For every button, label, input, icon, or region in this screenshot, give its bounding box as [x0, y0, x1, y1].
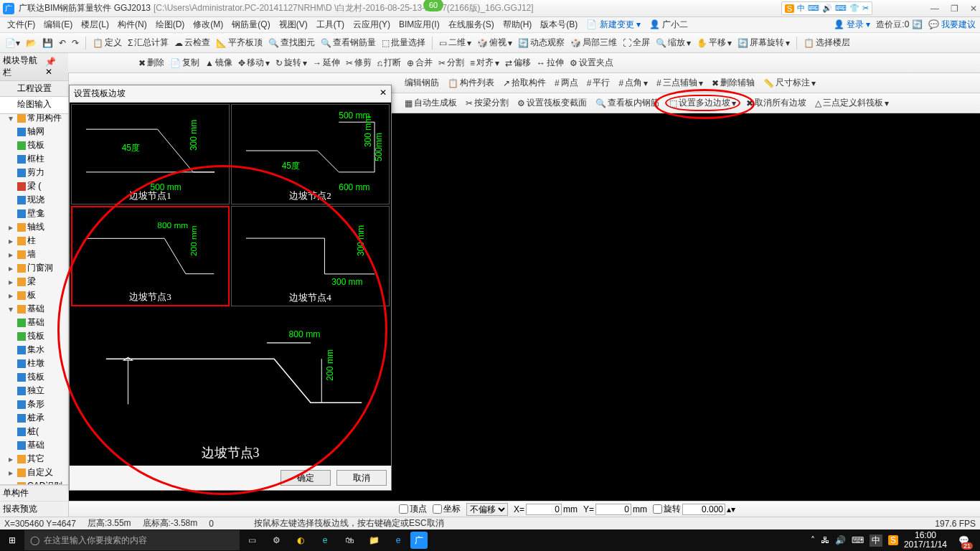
- redo-icon[interactable]: ↷: [70, 37, 81, 49]
- sum-button[interactable]: Σ 汇总计算: [126, 36, 171, 50]
- tree-node[interactable]: ▸ 其它: [0, 452, 68, 466]
- delete-button[interactable]: ✖ 删除: [136, 56, 166, 70]
- select-floor-button[interactable]: 📋 选择楼层: [801, 36, 852, 50]
- menu-edit[interactable]: 编辑(E): [41, 19, 75, 31]
- menu-rebar[interactable]: 钢筋量(Q): [229, 19, 273, 31]
- menu-component[interactable]: 构件(N): [115, 19, 150, 31]
- ime-skin-icon[interactable]: 👕: [849, 4, 859, 13]
- tree-node-child[interactable]: 桩承: [0, 411, 68, 425]
- move-button[interactable]: ✥ 移动 ▾: [236, 56, 272, 70]
- slope-option-1[interactable]: 45度500 mm300 mm边坡节点1: [71, 104, 230, 204]
- tree-node-child[interactable]: 现浇: [0, 193, 68, 207]
- tree-node-child[interactable]: 筏板: [0, 370, 68, 384]
- ime-s-icon[interactable]: S: [785, 4, 794, 13]
- taskbar-ie[interactable]: e: [386, 535, 410, 545]
- taskbar-ggj[interactable]: 广: [410, 532, 428, 549]
- tree-node-child[interactable]: 筏板: [0, 329, 68, 343]
- feedback-link[interactable]: 💬 我要建议: [928, 19, 976, 31]
- tree-node-child[interactable]: 桩(: [0, 425, 68, 438]
- tree-node[interactable]: ▸ CAD识别: [0, 479, 68, 484]
- mirror-button[interactable]: ▲ 镜像: [203, 56, 235, 70]
- taskbar-app-2[interactable]: ◐: [288, 535, 313, 545]
- minimize-button[interactable]: —: [930, 4, 939, 14]
- tab-project-settings[interactable]: 工程设置: [0, 81, 68, 96]
- ime-lang[interactable]: 中: [797, 3, 805, 14]
- menu-tools[interactable]: 工具(T): [314, 19, 347, 31]
- rotate-checkbox[interactable]: [653, 504, 662, 514]
- menu-online[interactable]: 在线服务(S): [446, 19, 497, 31]
- rotate-input[interactable]: [682, 504, 725, 515]
- ime-mic-icon[interactable]: ⌨: [808, 4, 819, 13]
- tray-expand-icon[interactable]: ˄: [811, 535, 815, 545]
- menu-version[interactable]: 版本号(B): [537, 19, 580, 31]
- menu-bim[interactable]: BIM应用(I): [396, 19, 443, 31]
- menu-modify[interactable]: 修改(M): [190, 19, 226, 31]
- tray-volume-icon[interactable]: 🔊: [835, 535, 846, 545]
- tray-clock[interactable]: 16:002017/11/14: [904, 531, 947, 550]
- orbit-button[interactable]: 🔄 动态观察: [516, 36, 567, 50]
- define-button[interactable]: 📋 定义: [90, 36, 124, 50]
- merge-button[interactable]: ⊕ 合并: [405, 56, 435, 70]
- tree-node[interactable]: ▸ 门窗洞: [0, 261, 68, 275]
- align-button[interactable]: ≡ 对齐 ▾: [468, 56, 501, 70]
- align-top-button[interactable]: 📐 平齐板顶: [214, 36, 265, 50]
- tray-ime-icon[interactable]: 中: [870, 534, 882, 547]
- ime-tool-icon[interactable]: ✂: [862, 4, 869, 13]
- maximize-button[interactable]: ❐: [951, 4, 958, 14]
- tree-node-child[interactable]: 独立: [0, 384, 68, 397]
- taskbar-edge[interactable]: e: [313, 535, 337, 545]
- copy-button[interactable]: 📄 复制: [168, 56, 202, 70]
- login-link[interactable]: 👤 登录 ▾: [834, 19, 871, 31]
- new-change-link[interactable]: 📄 新建变更 ▾: [583, 19, 644, 31]
- tree-node-child[interactable]: 基础: [0, 316, 68, 329]
- tree-node-child[interactable]: 剪力: [0, 166, 68, 179]
- task-view-icon[interactable]: ▭: [240, 535, 264, 545]
- slope-option-3[interactable]: 800 mm200 mm边坡节点3: [71, 206, 230, 306]
- tray-keyboard-icon[interactable]: ⌨: [852, 535, 864, 545]
- top-view-button[interactable]: 🎲 俯视 ▾: [475, 36, 514, 50]
- taskbar-search[interactable]: ◯ 在这里输入你要搜索的内容: [24, 530, 240, 550]
- tree-node-child[interactable]: 柱墩: [0, 357, 68, 370]
- open-icon[interactable]: 📂: [24, 37, 39, 49]
- slope-option-4[interactable]: 300 mm300 mm边坡节点4: [231, 206, 390, 306]
- tree-node[interactable]: ▸ 柱: [0, 234, 68, 248]
- tree-node-child[interactable]: 壁龛: [0, 207, 68, 220]
- offset-select[interactable]: 不偏移: [466, 503, 508, 516]
- save-icon[interactable]: 💾: [40, 37, 55, 49]
- close-button[interactable]: ✕: [970, 4, 977, 14]
- pan-button[interactable]: ✋ 平移 ▾: [694, 36, 734, 50]
- tree-node-child[interactable]: 框柱: [0, 152, 68, 166]
- tree-node[interactable]: ▸ 自定义: [0, 466, 68, 479]
- tree-node[interactable]: ▸ 轴线: [0, 220, 68, 234]
- view-rebar-button[interactable]: 🔍 查看钢筋量: [319, 36, 378, 50]
- ime-toolbar[interactable]: S 中 ⌨ 🔊 ⌨ 👕 ✂: [781, 1, 872, 15]
- dialog-close-icon[interactable]: ✕: [380, 88, 387, 100]
- tree-node[interactable]: ▾ 基础: [0, 302, 68, 316]
- ime-key-icon[interactable]: 🔊: [822, 4, 832, 13]
- notification-icon[interactable]: 💬21: [953, 529, 974, 551]
- coord-checkbox[interactable]: [433, 504, 442, 514]
- ok-button[interactable]: 确定: [281, 470, 331, 486]
- cancel-button[interactable]: 取消: [336, 470, 387, 486]
- tray-sogou-icon[interactable]: S: [888, 535, 898, 545]
- taskbar-store[interactable]: 🛍: [337, 535, 362, 545]
- tree-node-child[interactable]: 筏板: [0, 138, 68, 152]
- grip-button[interactable]: ⚙ 设置夹点: [567, 56, 616, 70]
- x-input[interactable]: [526, 504, 562, 515]
- menu-help[interactable]: 帮助(H): [500, 19, 535, 31]
- tree-node-child[interactable]: 梁 (: [0, 179, 68, 193]
- tree-node-child[interactable]: 集水: [0, 343, 68, 357]
- local-3d-button[interactable]: 🎲 局部三维: [568, 36, 619, 50]
- tree-node[interactable]: ▸ 板: [0, 288, 68, 302]
- tree-node-child[interactable]: 条形: [0, 397, 68, 411]
- component-tree[interactable]: ▾ 常用构件 轴网 筏板 框柱 剪力 梁 ( 现浇 壁龛▸ 轴线▸ 柱▸ 墙▸ …: [0, 110, 68, 484]
- vertex-checkbox[interactable]: [399, 504, 408, 514]
- menu-cloud[interactable]: 云应用(Y): [350, 19, 393, 31]
- zoom-button[interactable]: 🔍 缩放 ▾: [654, 36, 693, 50]
- undo-icon[interactable]: ↶: [57, 37, 68, 49]
- menu-floor[interactable]: 楼层(L): [78, 19, 112, 31]
- extend-button[interactable]: → 延伸: [311, 56, 342, 70]
- menu-view[interactable]: 视图(V): [276, 19, 311, 31]
- split-button[interactable]: ✂ 分割: [436, 56, 466, 70]
- tab-draw-input[interactable]: 绘图输入: [0, 97, 68, 113]
